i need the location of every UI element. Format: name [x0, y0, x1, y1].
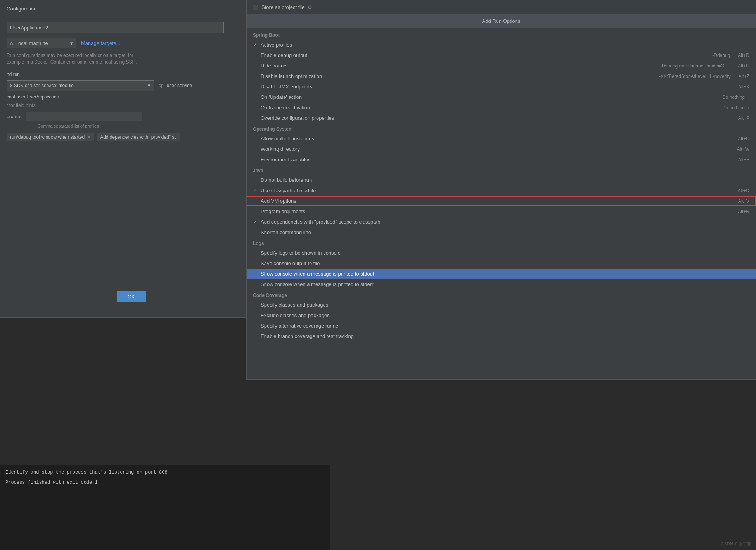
section-spring-boot: Spring Boot — [247, 29, 756, 40]
label-branch-coverage: Enable branch coverage and test tracking — [261, 333, 749, 339]
store-as-project-row: Store as project file ⚙ — [247, 0, 756, 14]
section-operating-system: Operating System — [247, 123, 756, 133]
sdk-chevron-icon: ▾ — [148, 83, 151, 88]
label-disable-launch: Disable launch optimization — [261, 73, 657, 79]
item-active-profiles[interactable]: ✓ Active profiles — [247, 40, 756, 50]
label-hide-banner: Hide banner — [261, 63, 658, 69]
watermark: CSDN @张丁花 — [721, 541, 751, 547]
sdk-label: 8 SDK of 'user-service' module — [10, 83, 148, 88]
item-working-directory[interactable]: Working directory Alt+W — [247, 144, 756, 154]
arrow-on-frame: › — [748, 105, 749, 110]
terminal-area: Identify and stop the process that's lis… — [0, 465, 330, 550]
item-override-config[interactable]: Override configuration properties Alt+P — [247, 113, 756, 123]
shortcut-allow-multiple: Alt+U — [730, 136, 749, 141]
shortcut-add-vm: Alt+V — [730, 198, 749, 204]
item-show-console-stdout[interactable]: Show console when a message is printed t… — [247, 269, 756, 279]
run-options-header: Add Run Options — [247, 14, 756, 28]
sublabel-hide-banner: -Dspring.main.banner-mode=OFF — [660, 63, 730, 69]
cp-prefix: -cp — [157, 83, 164, 88]
label-override-config: Override configuration properties — [261, 115, 730, 121]
item-allow-multiple-instances[interactable]: Allow multiple instances Alt+U — [247, 133, 756, 144]
config-name-input[interactable] — [7, 22, 224, 33]
label-enable-debug: Enable debug output — [261, 52, 710, 58]
item-add-dependencies-provided[interactable]: ✓ Add dependencies with "provided" scope… — [247, 217, 756, 227]
sublabel-on-frame: Do nothing — [722, 105, 745, 110]
label-exclude-classes: Exclude classes and packages — [261, 312, 749, 318]
item-program-arguments[interactable]: Program arguments Alt+R — [247, 206, 756, 217]
label-show-stdout: Show console when a message is printed t… — [261, 271, 749, 277]
label-show-stderr: Show console when a message is printed t… — [261, 281, 749, 287]
label-do-not-build: Do not build before run — [261, 177, 749, 183]
label-alt-runner: Specify alternative coverage runner — [261, 323, 749, 329]
label-env-vars: Environment variables — [261, 157, 730, 162]
shortcut-override-config: Alt+P — [730, 116, 749, 121]
profiles-label: profiles: — [7, 114, 23, 119]
shortcut-use-classpath: Alt+O — [730, 188, 749, 193]
item-enable-branch-coverage[interactable]: Enable branch coverage and test tracking — [247, 331, 756, 341]
check-add-deps-provided: ✓ — [253, 219, 261, 225]
shortcut-program-args: Alt+R — [730, 209, 749, 214]
label-add-vm: Add VM options — [261, 198, 730, 204]
item-do-not-build[interactable]: Do not build before run — [247, 175, 756, 185]
panel-title: Add Run Options — [253, 18, 749, 24]
ok-button[interactable]: OK — [117, 291, 146, 302]
item-save-console-output[interactable]: Save console output to file — [247, 258, 756, 269]
home-icon: ⌂ — [10, 40, 13, 46]
store-label: Store as project file — [261, 4, 304, 10]
label-specify-classes: Specify classes and packages — [261, 302, 749, 308]
dialog-title: Configuration — [7, 6, 36, 12]
terminal-line1: Identify and stop the process that's lis… — [5, 470, 324, 475]
shortcut-enable-debug: Alt+D — [730, 53, 749, 58]
label-allow-multiple: Allow multiple instances — [261, 136, 730, 141]
label-shorten-cmd: Shorten command line — [261, 229, 749, 235]
shortcut-disable-jmx: Alt+X — [730, 84, 749, 90]
options-list[interactable]: Spring Boot ✓ Active profiles Enable deb… — [247, 28, 756, 379]
item-specify-logs-console[interactable]: Specify logs to be shown in console — [247, 248, 756, 258]
shortcut-working-dir: Alt+W — [729, 147, 749, 152]
item-specify-classes-packages[interactable]: Specify classes and packages — [247, 300, 756, 310]
shortcut-hide-banner: Alt+H — [730, 63, 749, 69]
tag2-label: Add dependencies with "provided" sc — [100, 134, 176, 140]
sublabel-enable-debug: -Ddebug — [712, 53, 730, 58]
label-disable-jmx: Disable JMX endpoints — [261, 84, 730, 90]
run-options-panel: Store as project file ⚙ Add Run Options … — [246, 0, 756, 380]
sublabel-on-update: Do nothing — [722, 95, 745, 100]
item-environment-variables[interactable]: Environment variables Alt+E — [247, 154, 756, 165]
profiles-input[interactable] — [26, 112, 142, 121]
check-use-classpath: ✓ — [253, 188, 261, 193]
manage-targets-link[interactable]: Manage targets... — [81, 40, 120, 46]
label-on-frame: On frame deactivation — [261, 105, 720, 110]
item-show-console-stderr[interactable]: Show console when a message is printed t… — [247, 279, 756, 290]
label-program-args: Program arguments — [261, 209, 730, 214]
tag1-label: run/debug tool window when started — [10, 134, 85, 140]
cp-value: user-service — [167, 83, 192, 88]
sdk-dropdown[interactable]: 8 SDK of 'user-service' module ▾ — [7, 80, 154, 91]
section-logs: Logs — [247, 238, 756, 248]
item-add-vm-options[interactable]: Add VM options Alt+V — [247, 196, 756, 206]
label-specify-logs: Specify logs to be shown in console — [261, 250, 749, 256]
item-on-frame-deactivation[interactable]: On frame deactivation Do nothing › — [247, 102, 756, 113]
item-use-classpath-module[interactable]: ✓ Use classpath of module Alt+O — [247, 185, 756, 196]
item-disable-jmx[interactable]: Disable JMX endpoints Alt+X — [247, 81, 756, 92]
store-project-checkbox[interactable] — [253, 5, 258, 10]
label-save-console: Save console output to file — [261, 260, 749, 266]
target-dropdown[interactable]: ⌂ Local machine ▾ — [7, 38, 76, 48]
item-hide-banner[interactable]: Hide banner -Dspring.main.banner-mode=OF… — [247, 60, 756, 71]
item-enable-debug-output[interactable]: Enable debug output -Ddebug Alt+D — [247, 50, 756, 60]
terminal-line3: Process finished with exit code 1 — [5, 480, 324, 485]
target-label: Local machine — [16, 40, 67, 46]
item-specify-alternative-runner[interactable]: Specify alternative coverage runner — [247, 321, 756, 331]
tag-add-dependencies: Add dependencies with "provided" sc — [97, 133, 180, 141]
label-add-deps-provided: Add dependencies with "provided" scope t… — [261, 219, 749, 225]
item-disable-launch-optimization[interactable]: Disable launch optimization -XX:TieredSt… — [247, 71, 756, 81]
tag-run-debug: run/debug tool window when started ✕ — [7, 133, 94, 141]
arrow-on-update: › — [748, 95, 749, 100]
check-active-profiles: ✓ — [253, 42, 261, 48]
chevron-down-icon: ▾ — [70, 40, 73, 46]
store-gear-icon[interactable]: ⚙ — [308, 4, 312, 10]
item-shorten-command-line[interactable]: Shorten command line — [247, 227, 756, 238]
item-exclude-classes-packages[interactable]: Exclude classes and packages — [247, 310, 756, 321]
tag1-close-icon[interactable]: ✕ — [87, 134, 91, 140]
item-on-update-action[interactable]: On 'Update' action Do nothing › — [247, 92, 756, 102]
shortcut-env-vars: Alt+E — [730, 157, 749, 162]
